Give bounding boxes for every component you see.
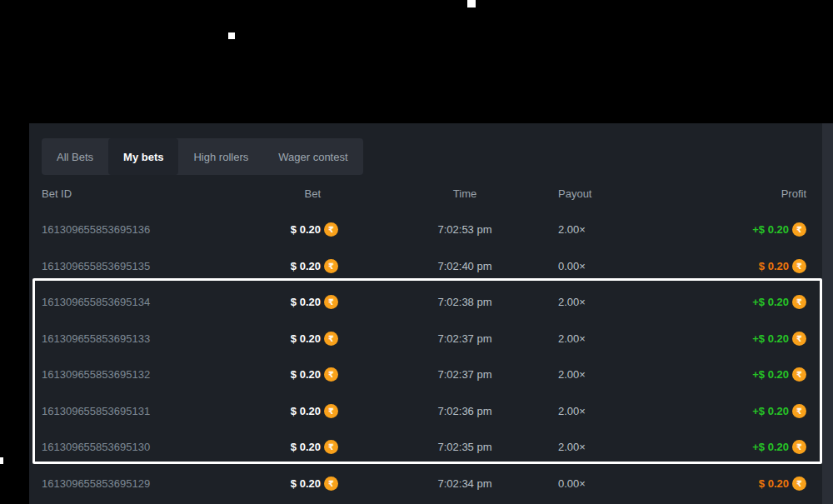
- bet-time: 7:02:37 pm: [338, 368, 548, 381]
- bet-amount: $ 0.20 ₹: [268, 259, 338, 273]
- rupee-coin-icon: ₹: [324, 259, 338, 273]
- screen-artifact-dot: [228, 32, 235, 39]
- bet-amount: $ 0.20 ₹: [268, 295, 338, 309]
- bet-time: 7:02:38 pm: [338, 296, 548, 308]
- table-row[interactable]: 161309655853695132 $ 0.20 ₹ 7:02:37 pm 2…: [29, 357, 822, 393]
- rupee-coin-icon: ₹: [792, 295, 806, 309]
- bet-amount: $ 0.20 ₹: [268, 440, 338, 454]
- bet-time: 7:02:37 pm: [338, 332, 548, 345]
- table-row[interactable]: 161309655853695136 $ 0.20 ₹ 7:02:53 pm 2…: [29, 212, 822, 248]
- header-payout: Payout: [548, 187, 681, 200]
- rupee-coin-icon: ₹: [324, 404, 338, 418]
- scrollbar-track[interactable]: [822, 123, 833, 504]
- bet-profit-value: +$ 0.20: [752, 405, 789, 417]
- bet-profit-value: +$ 0.20: [752, 223, 789, 236]
- table-row[interactable]: 161309655853695135 $ 0.20 ₹ 7:02:40 pm 0…: [29, 248, 822, 285]
- header-bet: Bet: [268, 187, 338, 200]
- rupee-coin-icon: ₹: [792, 367, 806, 382]
- tab-wager-contest[interactable]: Wager contest: [263, 138, 362, 175]
- bet-id: 161309655853695136: [42, 223, 268, 236]
- bet-amount-value: $ 0.20: [291, 296, 321, 308]
- bet-payout: 2.00×: [548, 405, 681, 417]
- bet-id: 161309655853695134: [42, 296, 268, 308]
- bet-profit-value: +$ 0.20: [752, 441, 789, 453]
- bet-profit: +$ 0.20 ₹: [681, 295, 806, 309]
- bet-profit: $ 0.20 ₹: [681, 259, 806, 273]
- bet-id: 161309655853695129: [42, 477, 268, 490]
- bet-time: 7:02:40 pm: [338, 260, 548, 272]
- header-profit: Profit: [681, 187, 806, 200]
- bet-amount: $ 0.20 ₹: [268, 367, 338, 382]
- bet-amount: $ 0.20 ₹: [268, 332, 338, 346]
- rupee-coin-icon: ₹: [792, 332, 806, 346]
- rupee-coin-icon: ₹: [792, 404, 806, 418]
- bet-id: 161309655853695133: [42, 332, 268, 345]
- bet-payout: 2.00×: [548, 368, 681, 381]
- bet-payout: 2.00×: [548, 296, 681, 308]
- rupee-coin-icon: ₹: [324, 222, 338, 237]
- bet-amount: $ 0.20 ₹: [268, 477, 338, 491]
- rupee-coin-icon: ₹: [324, 477, 338, 491]
- bet-amount-value: $ 0.20: [291, 441, 321, 453]
- table-row[interactable]: 161309655853695133 $ 0.20 ₹ 7:02:37 pm 2…: [29, 321, 822, 357]
- table-row[interactable]: 161309655853695131 $ 0.20 ₹ 7:02:36 pm 2…: [29, 393, 822, 430]
- screen-artifact-dot: [467, 0, 476, 7]
- rupee-coin-icon: ₹: [792, 259, 806, 273]
- bet-profit: +$ 0.20 ₹: [681, 440, 806, 454]
- page: { "tabs": [ {"label": "All Bets", "activ…: [0, 0, 833, 504]
- bet-profit: +$ 0.20 ₹: [681, 367, 806, 382]
- rupee-coin-icon: ₹: [324, 332, 338, 346]
- table-row[interactable]: 161309655853695129 $ 0.20 ₹ 7:02:34 pm 0…: [29, 466, 822, 502]
- bet-profit-value: $ 0.20: [759, 260, 789, 272]
- rupee-coin-icon: ₹: [324, 295, 338, 309]
- bet-amount: $ 0.20 ₹: [268, 222, 338, 237]
- bets-tabbar: All Bets My bets High rollers Wager cont…: [42, 138, 363, 175]
- bet-profit: +$ 0.20 ₹: [681, 404, 806, 418]
- bet-id: 161309655853695132: [42, 368, 268, 381]
- rupee-coin-icon: ₹: [792, 477, 806, 491]
- bet-amount-value: $ 0.20: [291, 260, 321, 272]
- bet-payout: 2.00×: [548, 441, 681, 453]
- bet-payout: 0.00×: [548, 260, 681, 272]
- bet-amount-value: $ 0.20: [291, 223, 321, 236]
- bet-amount-value: $ 0.20: [291, 405, 321, 417]
- bet-profit-value: $ 0.20: [759, 477, 789, 490]
- bet-payout: 2.00×: [548, 332, 681, 345]
- screen-artifact-dot: [0, 457, 3, 464]
- bets-panel: All Bets My bets High rollers Wager cont…: [29, 123, 833, 504]
- bet-amount-value: $ 0.20: [291, 332, 321, 345]
- rupee-coin-icon: ₹: [792, 222, 806, 237]
- tab-my-bets[interactable]: My bets: [108, 138, 178, 175]
- bet-amount: $ 0.20 ₹: [268, 404, 338, 418]
- rupee-coin-icon: ₹: [324, 367, 338, 382]
- bet-id: 161309655853695135: [42, 260, 268, 272]
- header-time: Time: [338, 187, 548, 200]
- bet-id: 161309655853695130: [42, 441, 268, 453]
- bet-time: 7:02:53 pm: [338, 223, 548, 236]
- bet-profit-value: +$ 0.20: [752, 332, 789, 345]
- tab-high-rollers[interactable]: High rollers: [178, 138, 263, 175]
- bet-amount-value: $ 0.20: [291, 477, 321, 490]
- table-body: 161309655853695136 $ 0.20 ₹ 7:02:53 pm 2…: [29, 212, 822, 502]
- bet-time: 7:02:34 pm: [338, 477, 548, 490]
- bet-id: 161309655853695131: [42, 405, 268, 417]
- header-bet-id: Bet ID: [42, 187, 268, 200]
- bet-profit: +$ 0.20 ₹: [681, 222, 806, 237]
- bet-profit-value: +$ 0.20: [752, 296, 789, 308]
- table-row[interactable]: 161309655853695130 $ 0.20 ₹ 7:02:35 pm 2…: [29, 429, 822, 466]
- bet-amount-value: $ 0.20: [291, 368, 321, 381]
- rupee-coin-icon: ₹: [792, 440, 806, 454]
- rupee-coin-icon: ₹: [324, 440, 338, 454]
- bet-payout: 0.00×: [548, 477, 681, 490]
- bet-time: 7:02:36 pm: [338, 405, 548, 417]
- bet-profit: $ 0.20 ₹: [681, 477, 806, 491]
- bet-profit: +$ 0.20 ₹: [681, 332, 806, 346]
- bet-profit-value: +$ 0.20: [752, 368, 789, 381]
- table-row[interactable]: 161309655853695134 $ 0.20 ₹ 7:02:38 pm 2…: [29, 284, 822, 321]
- bet-payout: 2.00×: [548, 223, 681, 236]
- table-header-row: Bet ID Bet Time Payout Profit: [29, 175, 822, 212]
- tab-all-bets[interactable]: All Bets: [42, 138, 108, 175]
- bet-time: 7:02:35 pm: [338, 441, 548, 453]
